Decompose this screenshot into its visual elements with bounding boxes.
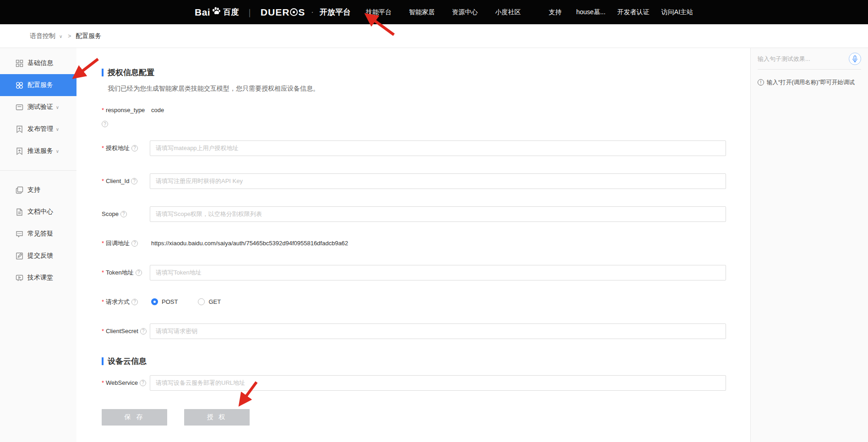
- dueros-wordmark: DUER S: [261, 7, 306, 18]
- test-panel: ! 输入“打开(调用名称)”即可开始调试: [750, 48, 868, 442]
- callback-url-value: https://xiaodu.baidu.com/saiya/auth/7546…: [150, 240, 348, 247]
- sidebar-item-tech-class[interactable]: 技术课堂: [0, 267, 76, 289]
- edit-icon: [16, 252, 23, 260]
- sidebar-item-doc-center[interactable]: 文档中心: [0, 201, 76, 223]
- sidebar-item-support[interactable]: 支持: [0, 179, 76, 201]
- nav-skill-platform[interactable]: 技能平台: [357, 8, 400, 16]
- help-icon[interactable]: ?: [131, 299, 138, 305]
- sidebar-item-label: 提交反馈: [27, 252, 53, 260]
- breadcrumb-parent[interactable]: 语音控制: [30, 32, 55, 40]
- section-title: 设备云信息: [108, 356, 147, 367]
- chat-icon: [16, 230, 23, 238]
- test-hint: ! 输入“打开(调用名称)”即可开始调试: [758, 79, 861, 86]
- section-bar: [102, 357, 104, 365]
- chevron-down-icon[interactable]: ∨: [56, 127, 59, 132]
- field-label: * response_type: [102, 107, 150, 113]
- sidebar-item-test-verify[interactable]: 测试验证 ∨: [0, 96, 76, 118]
- nav-smart-home[interactable]: 智能家居: [400, 8, 443, 16]
- field-label-text: 请求方式: [106, 298, 130, 306]
- baidu-dueros-logo[interactable]: Bai 百度 ｜ DUER S · 开放平台: [195, 0, 351, 24]
- open-platform-label: 开放平台: [320, 7, 351, 17]
- scope-input[interactable]: [150, 206, 726, 222]
- bookmark-plus-icon: [16, 147, 23, 155]
- help-icon[interactable]: ?: [102, 121, 108, 127]
- field-label-text: 回调地址: [106, 239, 130, 248]
- card-icon: [16, 103, 23, 111]
- help-icon[interactable]: ?: [131, 178, 137, 184]
- radio-get[interactable]: GET: [198, 298, 221, 305]
- sidebar-item-label: 推送服务: [27, 147, 53, 155]
- sidebar-item-label: 技术课堂: [27, 274, 53, 282]
- field-client-secret: * ClientSecret ?: [102, 323, 750, 339]
- required-asterisk: *: [102, 145, 104, 151]
- required-asterisk: *: [102, 379, 104, 386]
- baidu-cn-wordmark: 百度: [223, 7, 239, 17]
- field-label-text: ClientSecret: [106, 328, 138, 334]
- breadcrumb: 语音控制 ∨ > 配置服务: [0, 24, 868, 48]
- sidebar-item-publish-manage[interactable]: 发布管理 ∨: [0, 118, 76, 140]
- field-label-text: response_type: [106, 107, 145, 113]
- field-label: * Token地址 ?: [102, 269, 150, 277]
- nav-xiaodu-community[interactable]: 小度社区: [486, 8, 530, 16]
- header-user-area: house墓... 开发者认证 访问AI主站: [570, 0, 699, 24]
- field-label: * Client_Id ?: [102, 178, 150, 184]
- sidebar-item-push-service[interactable]: 推送服务 ∨: [0, 140, 76, 162]
- webservice-input[interactable]: [150, 375, 726, 391]
- dueros-text-left: DUER: [261, 7, 290, 18]
- auth-url-input[interactable]: [150, 140, 726, 156]
- radio-selected-icon[interactable]: [151, 298, 158, 305]
- sidebar-item-faq[interactable]: 常见答疑: [0, 223, 76, 245]
- field-token-url: * Token地址 ?: [102, 265, 750, 280]
- sidebar-divider: [0, 170, 76, 171]
- required-asterisk: *: [102, 107, 104, 113]
- test-sentence-input[interactable]: [758, 55, 849, 62]
- help-icon[interactable]: ?: [140, 380, 146, 386]
- sidebar-item-label: 配置服务: [27, 81, 53, 89]
- chevron-down-icon[interactable]: ∨: [56, 149, 59, 154]
- sidebar-item-basic-info[interactable]: 基础信息: [0, 52, 76, 74]
- breadcrumb-separator: >: [68, 33, 71, 39]
- microphone-button[interactable]: [849, 53, 861, 65]
- sidebar-item-label: 发布管理: [27, 125, 53, 133]
- nav-resource-center[interactable]: 资源中心: [443, 8, 486, 16]
- help-icon[interactable]: ?: [131, 145, 138, 151]
- radio-unselected-icon[interactable]: [198, 298, 205, 305]
- field-label: * 请求方式 ?: [102, 298, 150, 306]
- field-label: * 回调地址 ?: [102, 239, 150, 248]
- authorize-button[interactable]: 授 权: [184, 409, 250, 426]
- test-hint-text: 输入“打开(调用名称)”即可开始调试: [767, 79, 855, 86]
- help-icon[interactable]: ?: [136, 270, 142, 276]
- logo-separator: ｜: [246, 7, 254, 18]
- field-label: Scope ?: [102, 210, 150, 217]
- field-label-text: Client_Id: [106, 178, 129, 184]
- field-label-text: Token地址: [106, 269, 134, 277]
- username[interactable]: house墓...: [570, 8, 611, 16]
- baidu-paw-icon: [212, 6, 221, 16]
- copy-icon: [16, 186, 23, 194]
- radio-post[interactable]: POST: [151, 298, 178, 305]
- field-auth-url: * 授权地址 ?: [102, 140, 750, 156]
- chevron-down-icon[interactable]: ∨: [56, 105, 59, 110]
- field-scope: Scope ?: [102, 206, 750, 222]
- section-title: 授权信息配置: [108, 67, 154, 78]
- help-icon[interactable]: ?: [131, 240, 138, 247]
- help-icon[interactable]: ?: [140, 328, 147, 334]
- client-secret-input[interactable]: [150, 323, 726, 339]
- developer-cert-link[interactable]: 开发者认证: [611, 8, 655, 16]
- required-asterisk: *: [102, 240, 104, 247]
- token-url-input[interactable]: [150, 265, 726, 280]
- document-icon: [16, 208, 23, 216]
- sidebar-item-feedback[interactable]: 提交反馈: [0, 245, 76, 267]
- help-icon[interactable]: ?: [120, 211, 127, 217]
- field-label: * WebService ?: [102, 379, 150, 386]
- grid-icon: [16, 59, 23, 67]
- client-id-input[interactable]: [150, 173, 726, 189]
- field-label: * 授权地址 ?: [102, 144, 150, 152]
- visit-ai-site-link[interactable]: 访问AI主站: [655, 8, 699, 16]
- sidebar-item-config-service[interactable]: 配置服务: [0, 74, 76, 96]
- chevron-down-icon[interactable]: ∨: [59, 34, 62, 39]
- nav-support[interactable]: 支持: [530, 8, 570, 16]
- section-auth-config: 授权信息配置: [102, 67, 750, 78]
- bookmark-plus-icon: [16, 125, 23, 133]
- save-button[interactable]: 保 存: [102, 409, 167, 426]
